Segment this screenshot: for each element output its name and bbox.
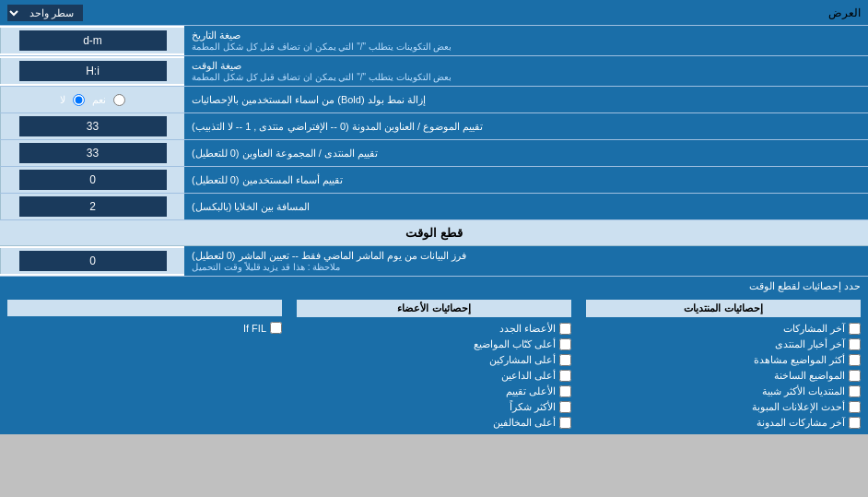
time-format-input-container: H:i xyxy=(0,58,184,84)
cell-spacing-label-text: المسافة بين الخلايا (بالبكسل) xyxy=(192,201,311,213)
cell-spacing-row: المسافة بين الخلايا (بالبكسل) 2 xyxy=(0,194,868,220)
checkbox-item-forum-news: آخر أخبار المنتدى xyxy=(586,337,861,352)
forum-count-row: تقييم المنتدى / المجموعة العناوين (0 للت… xyxy=(0,140,868,167)
time-cut-section-header: قطع الوقت xyxy=(0,220,868,246)
date-format-label: صيغة التاريخ بعض التكوينات يتطلب "/" الت… xyxy=(184,26,868,55)
checkbox-item-top-participants: أعلى المشاركين xyxy=(297,352,571,368)
checkbox-most-thanked-label: الأكثر شكراً xyxy=(510,401,556,413)
users-count-input[interactable]: 0 xyxy=(19,170,167,190)
users-count-label: تقييم أسماء المستخدمين (0 للتعطيل) xyxy=(184,167,868,193)
topics-count-input-container: 33 xyxy=(0,113,184,139)
bold-radio-yes[interactable] xyxy=(113,94,125,106)
checkbox-top-violators[interactable] xyxy=(559,417,571,429)
checkbox-top-participants-label: أعلى المشاركين xyxy=(489,354,556,366)
checkbox-item-most-viewed: أكثر المواضيع مشاهدة xyxy=(586,352,861,368)
time-format-label: صيغة الوقت بعض التكوينات يتطلب "/" التي … xyxy=(184,56,868,86)
checkbox-item-top-inviters: أعلى الداعين xyxy=(297,368,571,384)
time-format-row: صيغة الوقت بعض التكوينات يتطلب "/" التي … xyxy=(0,56,868,87)
bold-radio-container: نعم لا xyxy=(0,87,184,112)
time-cut-section-header-text: قطع الوقت xyxy=(405,226,463,240)
limit-label-text: حدد إحصائيات لقطع الوقت xyxy=(749,280,861,291)
checkbox-most-viewed-label: أكثر المواضيع مشاهدة xyxy=(754,354,845,366)
time-cut-input[interactable]: 0 xyxy=(19,251,167,271)
checkbox-similar-forums[interactable] xyxy=(849,385,861,397)
topics-count-label-text: تقييم الموضوع / العناوين المدونة (0 -- ا… xyxy=(192,121,483,133)
checkbox-section: إحصائيات المنتديات آخر المشاركات آخر أخب… xyxy=(0,296,868,434)
time-cut-input-container: 0 xyxy=(0,248,184,274)
main-container: العرض سطر واحد سطرين ثلاثة أسطر صيغة الت… xyxy=(0,0,868,434)
checkbox-if-fil[interactable] xyxy=(270,322,282,334)
checkbox-forum-news-label: آخر أخبار المنتدى xyxy=(775,338,845,350)
time-cut-note-label: ملاحظة : هذا قد يزيد قليلاً وقت التحميل xyxy=(192,262,340,272)
checkbox-classified-ads[interactable] xyxy=(849,401,861,413)
top-row: العرض سطر واحد سطرين ثلاثة أسطر xyxy=(0,0,868,26)
checkbox-hot-topics[interactable] xyxy=(849,370,861,382)
users-count-label-text: تقييم أسماء المستخدمين (0 للتعطيل) xyxy=(192,174,343,186)
checkbox-top-participants[interactable] xyxy=(559,354,571,366)
checkbox-col-extra: If FIL xyxy=(0,296,289,434)
bold-radio-no-label: لا xyxy=(60,94,65,106)
forum-count-input-container: 33 xyxy=(0,140,184,166)
topics-count-row: تقييم الموضوع / العناوين المدونة (0 -- ا… xyxy=(0,113,868,140)
checkbox-similar-forums-label: المنتديات الأكثر شبية xyxy=(762,385,845,397)
checkbox-blog-posts[interactable] xyxy=(849,417,861,429)
cell-spacing-label: المسافة بين الخلايا (بالبكسل) xyxy=(184,194,868,219)
checkbox-item-new-members: الأعضاء الجدد xyxy=(297,321,571,337)
display-select[interactable]: سطر واحد سطرين ثلاثة أسطر xyxy=(7,5,83,21)
topics-count-label: تقييم الموضوع / العناوين المدونة (0 -- ا… xyxy=(184,113,868,139)
date-format-row: صيغة التاريخ بعض التكوينات يتطلب "/" الت… xyxy=(0,26,868,56)
checkbox-hot-topics-label: المواضيع الساخنة xyxy=(774,370,845,382)
checkbox-if-fil-label: If FIL xyxy=(243,323,266,334)
time-format-input[interactable]: H:i xyxy=(19,61,167,81)
checkbox-top-topic-writers-label: أعلى كتّاب المواضيع xyxy=(474,338,556,350)
bold-radio-yes-label: نعم xyxy=(92,94,106,106)
checkbox-item-top-violators: أعلى المخالفين xyxy=(297,415,571,431)
checkbox-item-last-posts: آخر المشاركات xyxy=(586,321,861,337)
checkbox-col-extra-header xyxy=(7,300,282,316)
time-cut-label: فرز البيانات من يوم الماشر الماضي فقط --… xyxy=(184,246,868,276)
checkbox-grid: إحصائيات المنتديات آخر المشاركات آخر أخب… xyxy=(0,296,868,434)
checkbox-top-inviters[interactable] xyxy=(559,370,571,382)
bold-row: إزالة نمط بولد (Bold) من اسماء المستخدمي… xyxy=(0,87,868,113)
date-format-sub-label: بعض التكوينات يتطلب "/" التي يمكن ان تضا… xyxy=(192,41,452,52)
forum-count-label: تقييم المنتدى / المجموعة العناوين (0 للت… xyxy=(184,140,868,166)
top-label: العرض xyxy=(828,6,861,19)
checkbox-item-hot-topics: المواضيع الساخنة xyxy=(586,368,861,384)
topics-count-input[interactable]: 33 xyxy=(19,116,167,136)
checkbox-new-members[interactable] xyxy=(559,323,571,335)
checkbox-col-forums-header: إحصائيات المنتديات xyxy=(586,300,861,317)
checkbox-top-inviters-label: أعلى الداعين xyxy=(501,370,556,382)
checkbox-item-top-topic-writers: أعلى كتّاب المواضيع xyxy=(297,337,571,352)
date-format-main-label: صيغة التاريخ xyxy=(192,30,240,41)
checkbox-blog-posts-label: آخر مشاركات المدونة xyxy=(757,417,845,429)
users-count-row: تقييم أسماء المستخدمين (0 للتعطيل) 0 xyxy=(0,167,868,194)
bold-label: إزالة نمط بولد (Bold) من اسماء المستخدمي… xyxy=(184,87,868,112)
checkbox-top-topic-writers[interactable] xyxy=(559,338,571,350)
checkbox-new-members-label: الأعضاء الجدد xyxy=(499,323,556,335)
checkbox-forum-news[interactable] xyxy=(849,338,861,350)
checkbox-item-similar-forums: المنتديات الأكثر شبية xyxy=(586,384,861,399)
checkbox-top-rated[interactable] xyxy=(559,385,571,397)
time-cut-row: فرز البيانات من يوم الماشر الماضي فقط --… xyxy=(0,246,868,277)
date-format-input-container: d-m xyxy=(0,28,184,53)
checkbox-last-posts-label: آخر المشاركات xyxy=(783,323,845,335)
forum-count-label-text: تقييم المنتدى / المجموعة العناوين (0 للت… xyxy=(192,148,378,160)
checkbox-col-members: إحصائيات الأعضاء الأعضاء الجدد أعلى كتّا… xyxy=(289,296,579,434)
checkbox-item-classified-ads: أحدث الإعلانات المبوبة xyxy=(586,399,861,415)
bold-label-text: إزالة نمط بولد (Bold) من اسماء المستخدمي… xyxy=(192,94,426,106)
forum-count-input[interactable]: 33 xyxy=(19,143,167,163)
checkbox-most-viewed[interactable] xyxy=(849,354,861,366)
cell-spacing-input-container: 2 xyxy=(0,194,184,219)
checkbox-top-violators-label: أعلى المخالفين xyxy=(493,417,556,429)
cell-spacing-input[interactable]: 2 xyxy=(19,196,167,217)
date-format-input[interactable]: d-m xyxy=(19,30,167,51)
bold-radio-no[interactable] xyxy=(73,94,85,106)
checkbox-most-thanked[interactable] xyxy=(559,401,571,413)
time-cut-main-label: فرز البيانات من يوم الماشر الماضي فقط --… xyxy=(192,250,466,262)
checkbox-classified-ads-label: أحدث الإعلانات المبوبة xyxy=(752,401,845,413)
checkbox-item-top-rated: الأعلى تقييم xyxy=(297,384,571,399)
checkbox-col-forums: إحصائيات المنتديات آخر المشاركات آخر أخب… xyxy=(579,296,868,434)
limit-row: حدد إحصائيات لقطع الوقت xyxy=(0,277,868,296)
checkbox-col-members-header: إحصائيات الأعضاء xyxy=(297,300,571,317)
checkbox-last-posts[interactable] xyxy=(849,323,861,335)
